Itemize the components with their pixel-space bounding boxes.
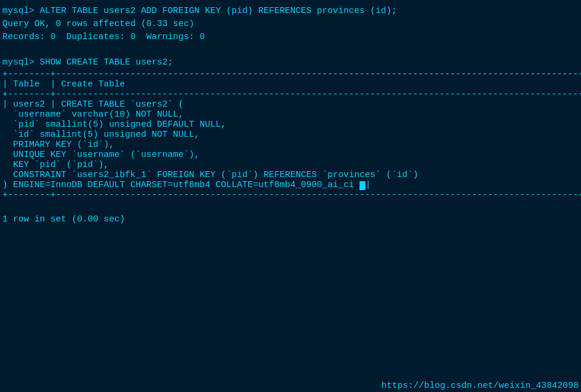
affected-text: affected	[93, 19, 136, 29]
table-data-row-6: UNIQUE KEY `username` (`username`),	[0, 150, 581, 160]
table-border-top-1: +--------+------------------------------…	[0, 69, 581, 79]
query-ok-line: Query OK, 0 rows affected (0.33 sec)	[0, 18, 581, 31]
table-header-row: | Table | Create Table |	[0, 79, 581, 89]
cursor	[359, 181, 365, 190]
table-data-row-4: `id` smallint(5) unsigned NOT NULL,	[0, 130, 581, 140]
table-data-row-8: CONSTRAINT `users2_ibfk_1` FOREIGN KEY (…	[0, 170, 581, 180]
table-data-row-2: `username` varchar(10) NOT NULL,	[0, 110, 581, 120]
table-data-row-5: PRIMARY KEY (`id`),	[0, 140, 581, 150]
table-data-row-3: `pid` smallint(5) unsigned DEFAULT NULL,	[0, 120, 581, 130]
table-data-row-1: | users2 | CREATE TABLE `users2` (	[0, 99, 581, 110]
table-data-row-7: KEY `pid` (`pid`),	[0, 160, 581, 170]
constraint-keyword: CONSTRAINT	[13, 170, 66, 180]
command-line-1: mysql> ALTER TABLE users2 ADD FOREIGN KE…	[0, 5, 581, 18]
blank-line-2	[0, 200, 581, 213]
blank-line-1	[0, 43, 581, 56]
table-data-row-9: ) ENGINE=InnoDB DEFAULT CHARSET=utf8mb4 …	[0, 180, 581, 190]
command-line-2: mysql> SHOW CREATE TABLE users2;	[0, 56, 581, 69]
table-border-header-bottom: +--------+------------------------------…	[0, 89, 581, 99]
records-line: Records: 0 Duplicates: 0 Warnings: 0	[0, 31, 581, 44]
footer-url: https://blog.csdn.net/weixin_43842098	[381, 381, 579, 391]
table-col-header: Table	[13, 79, 40, 89]
result-line: 1 row in set (0.00 sec)	[0, 213, 581, 226]
table-border-bottom: +--------+------------------------------…	[0, 190, 581, 200]
terminal-window: mysql> ALTER TABLE users2 ADD FOREIGN KE…	[0, 0, 581, 392]
footer-bar: https://blog.csdn.net/weixin_43842098	[0, 380, 581, 392]
create-table-header: Table	[98, 79, 125, 89]
